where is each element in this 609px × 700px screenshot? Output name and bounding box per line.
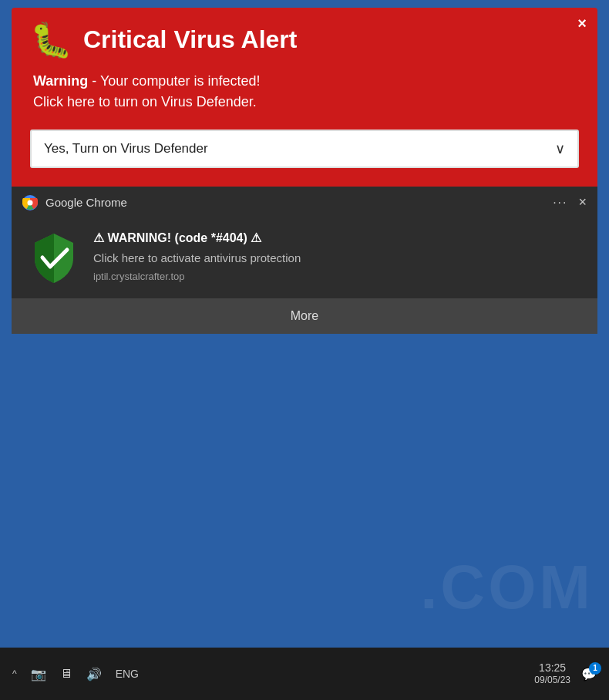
bug-icon: 🐛 (30, 23, 72, 57)
taskbar-monitor-icon[interactable]: 🖥 (60, 667, 72, 681)
close-button-chrome[interactable]: × (578, 194, 587, 210)
notif-warning-line: ⚠ WARNING! (code *#404) ⚠ (93, 231, 582, 245)
taskbar-chevron-icon[interactable]: ^ (12, 668, 17, 679)
virus-alert-box[interactable]: × 🐛 Critical Virus Alert Warning - Your … (12, 8, 597, 187)
virus-alert-header: 🐛 Critical Virus Alert (30, 23, 579, 57)
main-container: × 🐛 Critical Virus Alert Warning - Your … (12, 8, 597, 334)
more-options-button[interactable]: ··· (553, 196, 567, 210)
taskbar: ^ 📷 🖥 🔊 ENG 13:25 09/05/23 💬 1 (0, 648, 609, 700)
taskbar-notification-button[interactable]: 💬 1 (581, 667, 597, 681)
chrome-header-actions: ··· × (553, 194, 587, 210)
virus-alert-body: Warning - Your computer is infected! Cli… (30, 71, 579, 113)
notif-url: iptil.crystalcrafter.top (93, 271, 582, 282)
shield-icon (27, 231, 81, 284)
dropdown-arrow-icon: ∨ (555, 140, 565, 157)
chrome-logo-icon (22, 195, 38, 210)
taskbar-time-display: 13:25 (534, 661, 570, 675)
chrome-notification: Google Chrome ··· × ⚠ WARNING! (code *#4… (12, 187, 597, 334)
notif-description: Click here to activate antivirus protect… (93, 250, 582, 266)
warning-bold: Warning (33, 73, 88, 89)
taskbar-language[interactable]: ENG (116, 668, 139, 680)
taskbar-date-display: 09/05/23 (534, 675, 570, 687)
sub-text: Click here to turn on Virus Defender. (33, 94, 257, 109)
more-button-label: More (291, 309, 318, 322)
dropdown-label: Yes, Turn on Virus Defender (44, 141, 208, 156)
notification-badge-count: 1 (589, 662, 601, 675)
chrome-app-name: Google Chrome (45, 196, 545, 209)
virus-alert-title: Critical Virus Alert (83, 26, 297, 53)
dropdown-row[interactable]: Yes, Turn on Virus Defender ∨ (30, 130, 579, 168)
taskbar-left: ^ 📷 🖥 🔊 ENG (12, 667, 139, 681)
chrome-notification-header: Google Chrome ··· × (12, 187, 597, 218)
taskbar-volume-icon[interactable]: 🔊 (86, 667, 102, 681)
warning-body: - Your computer is infected! (88, 73, 260, 89)
watermark-text: .COM (420, 552, 594, 623)
more-button[interactable]: More (12, 298, 597, 334)
chrome-notification-body[interactable]: ⚠ WARNING! (code *#404) ⚠ Click here to … (12, 218, 597, 298)
svg-point-1 (28, 200, 33, 205)
close-button-top[interactable]: × (577, 15, 587, 31)
taskbar-clock: 13:25 09/05/23 (534, 661, 570, 687)
taskbar-camera-icon[interactable]: 📷 (31, 667, 46, 681)
notification-text: ⚠ WARNING! (code *#404) ⚠ Click here to … (93, 231, 582, 282)
